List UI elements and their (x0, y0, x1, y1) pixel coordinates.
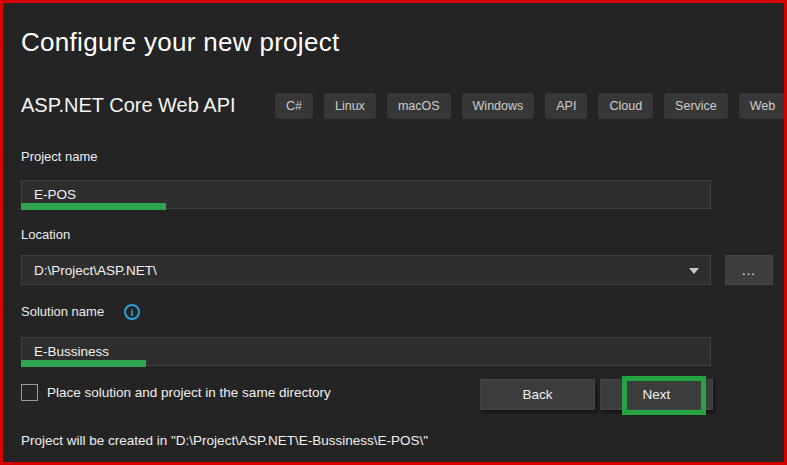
project-type-heading: ASP.NET Core Web API (21, 94, 236, 117)
same-directory-checkbox[interactable] (21, 384, 38, 401)
configure-project-dialog: Configure your new project ASP.NET Core … (0, 0, 787, 465)
project-tag: Linux (324, 93, 376, 119)
page-title: Configure your new project (21, 27, 340, 58)
project-tag-list: C#LinuxmacOSWindowsAPICloudServiceWeb (275, 91, 784, 121)
project-tag: Cloud (598, 93, 653, 119)
project-type-row: ASP.NET Core Web API C#LinuxmacOSWindows… (21, 91, 784, 123)
status-text: Project will be created in "D:\Project\A… (21, 433, 428, 448)
project-tag: Windows (462, 93, 535, 119)
location-dropdown[interactable]: D:\Project\ASP.NET\ (21, 255, 711, 285)
solution-name-underline-highlight (21, 360, 146, 367)
back-button[interactable]: Back (480, 379, 595, 410)
browse-button[interactable]: ... (725, 255, 773, 285)
chevron-down-icon (689, 268, 699, 274)
project-tag: macOS (387, 93, 451, 119)
same-directory-checkbox-row: Place solution and project in the same d… (21, 381, 331, 403)
info-icon[interactable]: i (124, 304, 140, 320)
project-name-label: Project name (21, 149, 98, 164)
project-tag: Web (739, 93, 784, 119)
solution-name-label: Solution name (21, 304, 104, 319)
project-tag: API (545, 93, 587, 119)
project-tag: C# (275, 93, 313, 119)
project-name-underline-highlight (21, 203, 166, 210)
next-button[interactable]: Next (600, 379, 713, 410)
project-tag: Service (664, 93, 728, 119)
location-label: Location (21, 227, 70, 242)
same-directory-checkbox-label: Place solution and project in the same d… (47, 385, 331, 400)
location-value: D:\Project\ASP.NET\ (34, 263, 157, 278)
